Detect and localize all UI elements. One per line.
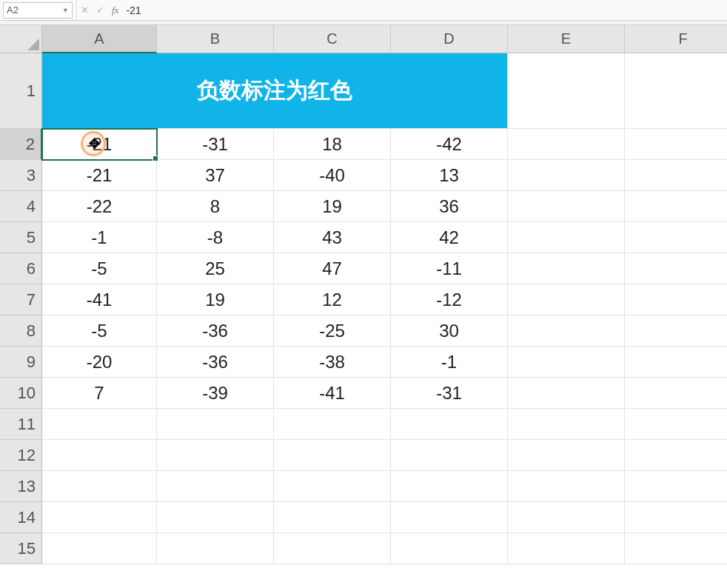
cell-B8[interactable]: -36	[157, 315, 274, 347]
cell-C11[interactable]	[274, 409, 391, 440]
cell-A6[interactable]: -5	[42, 253, 157, 284]
cell-A10[interactable]: 7	[42, 378, 157, 409]
cell-E9[interactable]	[508, 347, 625, 378]
cell-D15[interactable]	[391, 533, 508, 564]
cell-D7[interactable]: -12	[391, 284, 508, 315]
cell-E2[interactable]	[508, 129, 625, 160]
cell-C15[interactable]	[274, 533, 391, 564]
cell-D6[interactable]: -11	[391, 253, 508, 284]
cell-B15[interactable]	[157, 533, 274, 564]
row-header-10[interactable]: 10	[0, 378, 42, 409]
column-header-F[interactable]: F	[625, 25, 727, 53]
cell-E1[interactable]	[508, 53, 625, 129]
column-header-A[interactable]: A	[42, 25, 157, 53]
row-header-14[interactable]: 14	[0, 502, 42, 533]
cell-B3[interactable]: 37	[157, 160, 274, 191]
cell-E11[interactable]	[508, 409, 625, 440]
cell-A4[interactable]: -22	[42, 191, 157, 222]
cell-E7[interactable]	[508, 284, 625, 315]
column-header-C[interactable]: C	[274, 25, 391, 53]
cell-C3[interactable]: -40	[274, 160, 391, 191]
cell-A11[interactable]	[42, 409, 157, 440]
row-header-15[interactable]: 15	[0, 533, 42, 564]
cell-B5[interactable]: -8	[157, 222, 274, 253]
row-header-6[interactable]: 6	[0, 253, 42, 284]
cell-F13[interactable]	[625, 471, 727, 502]
cell-D12[interactable]	[391, 440, 508, 471]
cell-B12[interactable]	[157, 440, 274, 471]
cell-D13[interactable]	[391, 471, 508, 502]
cell-A12[interactable]	[42, 440, 157, 471]
cell-C12[interactable]	[274, 440, 391, 471]
cell-A9[interactable]: -20	[42, 347, 157, 378]
cell-D10[interactable]: -31	[391, 378, 508, 409]
cell-A3[interactable]: -21	[42, 160, 157, 191]
row-header-8[interactable]: 8	[0, 315, 42, 347]
confirm-icon[interactable]: ✓	[96, 4, 104, 16]
cell-A2[interactable]: -21	[42, 129, 157, 160]
merged-header-cell[interactable]: 负数标注为红色	[42, 53, 508, 129]
cell-F8[interactable]	[625, 315, 727, 347]
cell-B6[interactable]: 25	[157, 253, 274, 284]
row-header-11[interactable]: 11	[0, 409, 42, 440]
cell-E14[interactable]	[508, 502, 625, 533]
cell-B14[interactable]	[157, 502, 274, 533]
cell-F9[interactable]	[625, 347, 727, 378]
cell-A7[interactable]: -41	[42, 284, 157, 315]
cell-C5[interactable]: 43	[274, 222, 391, 253]
cell-E15[interactable]	[508, 533, 625, 564]
cancel-icon[interactable]: ✕	[81, 4, 89, 16]
row-header-3[interactable]: 3	[0, 160, 42, 191]
cell-A15[interactable]	[42, 533, 157, 564]
cell-F14[interactable]	[625, 502, 727, 533]
cell-B13[interactable]	[157, 471, 274, 502]
cell-C10[interactable]: -41	[274, 378, 391, 409]
cell-E12[interactable]	[508, 440, 625, 471]
row-header-2[interactable]: 2	[0, 129, 42, 160]
cell-F15[interactable]	[625, 533, 727, 564]
cell-F11[interactable]	[625, 409, 727, 440]
row-header-1[interactable]: 1	[0, 53, 42, 129]
cell-D14[interactable]	[391, 502, 508, 533]
cell-B11[interactable]	[157, 409, 274, 440]
cell-D8[interactable]: 30	[391, 315, 508, 347]
column-header-E[interactable]: E	[508, 25, 625, 53]
column-header-D[interactable]: D	[391, 25, 508, 53]
row-header-4[interactable]: 4	[0, 191, 42, 222]
cell-B10[interactable]: -39	[157, 378, 274, 409]
cell-D3[interactable]: 13	[391, 160, 508, 191]
cell-D9[interactable]: -1	[391, 347, 508, 378]
cell-F1[interactable]	[625, 53, 727, 129]
cell-F10[interactable]	[625, 378, 727, 409]
cell-A8[interactable]: -5	[42, 315, 157, 347]
cell-C4[interactable]: 19	[274, 191, 391, 222]
cell-E3[interactable]	[508, 160, 625, 191]
cell-B9[interactable]: -36	[157, 347, 274, 378]
cell-F5[interactable]	[625, 222, 727, 253]
cell-E5[interactable]	[508, 222, 625, 253]
cell-E10[interactable]	[508, 378, 625, 409]
cell-A14[interactable]	[42, 502, 157, 533]
cell-B7[interactable]: 19	[157, 284, 274, 315]
cell-C14[interactable]	[274, 502, 391, 533]
cell-A5[interactable]: -1	[42, 222, 157, 253]
cell-B2[interactable]: -31	[157, 129, 274, 160]
cell-F12[interactable]	[625, 440, 727, 471]
cell-F6[interactable]	[625, 253, 727, 284]
cell-C9[interactable]: -38	[274, 347, 391, 378]
row-header-12[interactable]: 12	[0, 440, 42, 471]
fx-icon[interactable]: fx	[112, 4, 118, 16]
cell-D2[interactable]: -42	[391, 129, 508, 160]
cell-D11[interactable]	[391, 409, 508, 440]
row-header-5[interactable]: 5	[0, 222, 42, 253]
cell-D5[interactable]: 42	[391, 222, 508, 253]
row-header-9[interactable]: 9	[0, 347, 42, 378]
cell-E13[interactable]	[508, 471, 625, 502]
cell-C7[interactable]: 12	[274, 284, 391, 315]
row-header-13[interactable]: 13	[0, 471, 42, 502]
cell-C6[interactable]: 47	[274, 253, 391, 284]
cell-F3[interactable]	[625, 160, 727, 191]
cell-C8[interactable]: -25	[274, 315, 391, 347]
cell-B4[interactable]: 8	[157, 191, 274, 222]
cell-C13[interactable]	[274, 471, 391, 502]
